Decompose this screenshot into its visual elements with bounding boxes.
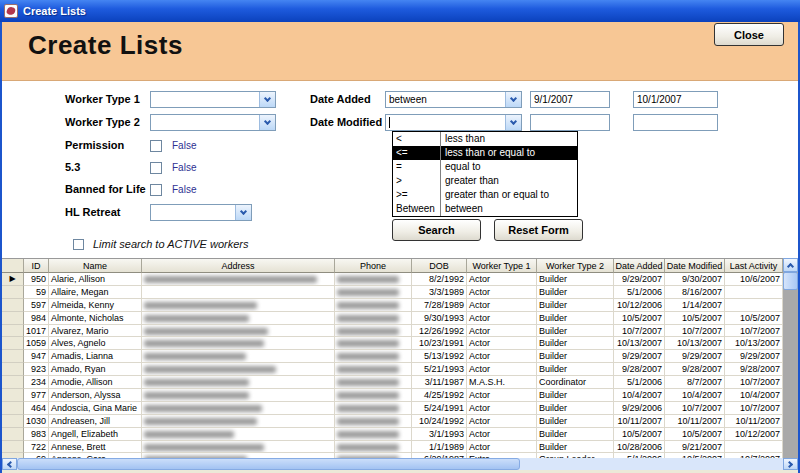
row-selector[interactable]: [2, 441, 24, 454]
limit-active-checkbox[interactable]: [73, 239, 84, 250]
reset-form-button[interactable]: Reset Form: [494, 219, 583, 241]
cell-worker-type-1: Actor: [467, 389, 537, 402]
date-modified-from-input[interactable]: [530, 114, 610, 131]
cell-date-added: 10/11/2007: [614, 415, 665, 428]
column-header-worker-type-2[interactable]: Worker Type 2: [537, 259, 614, 273]
row-selector[interactable]: [2, 337, 24, 350]
worker-type-1-combobox[interactable]: [150, 91, 276, 108]
column-header-date-modified[interactable]: Date Modified: [665, 259, 725, 273]
date-modified-label: Date Modified: [310, 116, 382, 128]
column-header-address[interactable]: Address: [142, 259, 335, 273]
cell-dob: 10/24/1992: [412, 415, 467, 428]
row-selector[interactable]: [2, 428, 24, 441]
scroll-up-button[interactable]: [783, 258, 798, 272]
column-header-id[interactable]: ID: [24, 259, 49, 273]
row-selector[interactable]: [2, 415, 24, 428]
table-row[interactable]: 1030Andreasen, Jill10/24/1992ActorBuilde…: [2, 415, 783, 428]
cell-name: Angell, Elizabeth: [49, 428, 142, 441]
horizontal-scroll-thumb[interactable]: [17, 458, 520, 470]
dropdown-arrow-icon[interactable]: [235, 205, 251, 220]
date-added-to-input[interactable]: [633, 91, 718, 108]
cell-last-activity: [725, 286, 783, 299]
horizontal-scrollbar[interactable]: [2, 458, 798, 470]
cell-last-activity: 10/7/2007: [725, 325, 783, 338]
operator-option[interactable]: >greater than: [393, 174, 577, 188]
row-selector[interactable]: [2, 325, 24, 338]
operator-option[interactable]: >=greater than or equal to: [393, 188, 577, 202]
row-selector[interactable]: ▶: [2, 273, 24, 286]
cell-last-activity: 10/4/2007: [725, 389, 783, 402]
date-modified-operator-value: [390, 115, 505, 130]
dropdown-arrow-icon[interactable]: [505, 115, 521, 130]
column-header-dob[interactable]: DOB: [412, 259, 467, 273]
table-row[interactable]: ▶950Alarie, Allison8/2/1992ActorBuilder9…: [2, 273, 783, 286]
search-button[interactable]: Search: [392, 219, 481, 241]
table-row[interactable]: 722Annese, Brett1/1/1989ActorBuilder10/2…: [2, 441, 783, 454]
table-row[interactable]: 234Amodie, Allison3/11/1987M.A.S.H.Coord…: [2, 376, 783, 389]
row-selector[interactable]: [2, 389, 24, 402]
table-row[interactable]: 983Angell, Elizabeth3/1/1993ActorBuilder…: [2, 428, 783, 441]
operator-option[interactable]: <=less than or equal to: [393, 146, 577, 160]
column-header-name[interactable]: Name: [49, 259, 142, 273]
row-selector[interactable]: [2, 286, 24, 299]
row-selector[interactable]: [2, 312, 24, 325]
table-row[interactable]: 947Amadis, Lianna5/13/1992ActorBuilder9/…: [2, 350, 783, 363]
table-row[interactable]: 1017Alvarez, Mario12/26/1992ActorBuilder…: [2, 325, 783, 338]
cell-phone-redacted: [335, 389, 412, 402]
scroll-right-button[interactable]: [783, 458, 798, 470]
row-selector[interactable]: [2, 299, 24, 312]
table-row[interactable]: 984Almonte, Nicholas9/30/1993ActorBuilde…: [2, 312, 783, 325]
dropdown-arrow-icon[interactable]: [505, 92, 521, 107]
permission-checkbox[interactable]: [150, 140, 162, 152]
date-added-label: Date Added: [310, 93, 371, 105]
operator-option[interactable]: =equal to: [393, 160, 577, 174]
table-row[interactable]: 464Andoscia, Gina Marie5/24/1991ActorBui…: [2, 402, 783, 415]
hl-retreat-combobox[interactable]: [150, 204, 252, 221]
dropdown-arrow-icon[interactable]: [259, 92, 275, 107]
worker-type-2-combobox[interactable]: [150, 114, 276, 131]
cell-worker-type-2: Builder: [537, 286, 614, 299]
operator-description: equal to: [441, 160, 577, 174]
operator-dropdown-list: <less than<=less than or equal to=equal …: [392, 131, 578, 217]
date-added-from-input[interactable]: [530, 91, 610, 108]
table-row[interactable]: 977Anderson, Alyssa4/25/1992ActorBuilder…: [2, 389, 783, 402]
cell-date-modified: 10/7/2007: [665, 325, 725, 338]
banned-for-life-checkbox[interactable]: [150, 184, 162, 196]
date-modified-operator-combobox[interactable]: [385, 114, 522, 131]
row-selector[interactable]: [2, 402, 24, 415]
five-three-checkbox[interactable]: [150, 162, 162, 174]
row-selector[interactable]: [2, 350, 24, 363]
operator-option[interactable]: <less than: [393, 132, 577, 146]
cell-date-modified: 10/4/2007: [665, 389, 725, 402]
table-row[interactable]: 923Amado, Ryan5/21/1993ActorBuilder9/28/…: [2, 363, 783, 376]
operator-symbol: >=: [393, 188, 441, 202]
column-header-last-activity[interactable]: Last Activity: [725, 259, 783, 273]
operator-option[interactable]: Betweenbetween: [393, 202, 577, 216]
cell-date-added: 10/5/2007: [614, 312, 665, 325]
cell-date-modified: 9/30/2007: [665, 273, 725, 286]
scroll-left-button[interactable]: [2, 458, 17, 470]
row-selector[interactable]: [2, 363, 24, 376]
vertical-scrollbar[interactable]: [783, 258, 798, 458]
table-row[interactable]: 59Allaire, Megan3/3/1989ActorBuilder5/1/…: [2, 286, 783, 299]
cell-phone-redacted: [335, 376, 412, 389]
cell-address-redacted: [142, 337, 335, 350]
date-modified-to-input[interactable]: [633, 114, 718, 131]
row-selector[interactable]: [2, 376, 24, 389]
form-icon: [4, 4, 18, 18]
vertical-scroll-thumb[interactable]: [783, 272, 798, 290]
cell-last-activity: 10/7/2007: [725, 402, 783, 415]
date-added-operator-combobox[interactable]: between: [385, 91, 522, 108]
cell-worker-type-2: Builder: [537, 273, 614, 286]
dropdown-arrow-icon[interactable]: [259, 115, 275, 130]
grid-header: IDNameAddressPhoneDOBWorker Type 1Worker…: [2, 258, 783, 273]
cell-date-modified: 10/13/2007: [665, 337, 725, 350]
column-header-worker-type-1[interactable]: Worker Type 1: [467, 259, 537, 273]
column-header-phone[interactable]: Phone: [335, 259, 412, 273]
close-button[interactable]: Close: [714, 23, 784, 46]
table-row[interactable]: 1059Alves, Agnelo10/23/1991ActorBuilder1…: [2, 337, 783, 350]
permission-false-label: False: [172, 140, 196, 151]
table-row[interactable]: 597Almeida, Kenny7/28/1989ActorBuilder10…: [2, 299, 783, 312]
column-header-date-added[interactable]: Date Added: [614, 259, 665, 273]
cell-date-added: 10/7/2007: [614, 325, 665, 338]
